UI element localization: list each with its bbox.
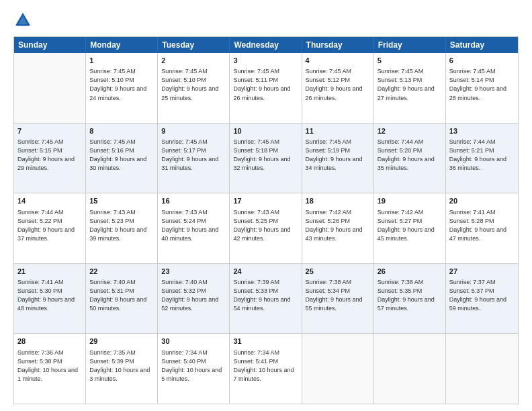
day-cell-31: 31Sunrise: 7:34 AMSunset: 5:41 PMDayligh…	[230, 334, 302, 404]
page: SundayMondayTuesdayWednesdayThursdayFrid…	[0, 0, 532, 411]
day-number: 1	[89, 56, 154, 66]
day-info: Sunrise: 7:45 AMSunset: 5:12 PMDaylight:…	[306, 67, 370, 102]
calendar: SundayMondayTuesdayWednesdayThursdayFrid…	[13, 36, 519, 404]
day-number: 19	[378, 196, 442, 206]
day-number: 23	[161, 267, 226, 277]
empty-cell	[446, 334, 518, 404]
day-number: 26	[378, 267, 442, 277]
day-number: 16	[161, 196, 226, 206]
day-cell-24: 24Sunrise: 7:39 AMSunset: 5:33 PMDayligh…	[230, 264, 302, 334]
day-info: Sunrise: 7:37 AMSunset: 5:37 PMDaylight:…	[449, 278, 515, 313]
day-cell-15: 15Sunrise: 7:43 AMSunset: 5:23 PMDayligh…	[86, 193, 158, 263]
day-number: 10	[233, 126, 298, 136]
day-number: 17	[233, 196, 298, 206]
day-number: 14	[17, 196, 82, 206]
day-number: 3	[233, 56, 298, 66]
day-cell-4: 4Sunrise: 7:45 AMSunset: 5:12 PMDaylight…	[302, 53, 374, 123]
day-info: Sunrise: 7:36 AMSunset: 5:38 PMDaylight:…	[17, 349, 82, 383]
empty-cell	[302, 334, 374, 404]
day-info: Sunrise: 7:40 AMSunset: 5:32 PMDaylight:…	[161, 278, 226, 313]
day-cell-12: 12Sunrise: 7:44 AMSunset: 5:20 PMDayligh…	[374, 124, 446, 193]
day-info: Sunrise: 7:45 AMSunset: 5:17 PMDaylight:…	[161, 138, 226, 173]
day-number: 5	[378, 56, 442, 66]
day-cell-14: 14Sunrise: 7:44 AMSunset: 5:22 PMDayligh…	[14, 193, 86, 263]
day-cell-13: 13Sunrise: 7:44 AMSunset: 5:21 PMDayligh…	[446, 124, 518, 193]
day-info: Sunrise: 7:45 AMSunset: 5:13 PMDaylight:…	[378, 67, 442, 102]
day-cell-19: 19Sunrise: 7:42 AMSunset: 5:27 PMDayligh…	[374, 193, 446, 263]
day-number: 27	[449, 267, 515, 277]
day-info: Sunrise: 7:45 AMSunset: 5:14 PMDaylight:…	[449, 67, 515, 102]
day-info: Sunrise: 7:39 AMSunset: 5:33 PMDaylight:…	[233, 278, 298, 313]
day-cell-26: 26Sunrise: 7:38 AMSunset: 5:35 PMDayligh…	[374, 264, 446, 334]
day-number: 13	[449, 126, 515, 136]
day-number: 28	[17, 336, 82, 347]
calendar-week-5: 28Sunrise: 7:36 AMSunset: 5:38 PMDayligh…	[14, 334, 518, 404]
day-info: Sunrise: 7:44 AMSunset: 5:20 PMDaylight:…	[378, 138, 442, 173]
day-info: Sunrise: 7:43 AMSunset: 5:23 PMDaylight:…	[89, 208, 154, 243]
day-cell-11: 11Sunrise: 7:45 AMSunset: 5:19 PMDayligh…	[302, 124, 374, 193]
day-info: Sunrise: 7:41 AMSunset: 5:30 PMDaylight:…	[17, 278, 82, 313]
day-info: Sunrise: 7:45 AMSunset: 5:10 PMDaylight:…	[89, 67, 154, 102]
day-cell-3: 3Sunrise: 7:45 AMSunset: 5:11 PMDaylight…	[230, 53, 302, 123]
calendar-week-4: 21Sunrise: 7:41 AMSunset: 5:30 PMDayligh…	[14, 264, 518, 334]
header	[13, 11, 519, 30]
day-info: Sunrise: 7:35 AMSunset: 5:39 PMDaylight:…	[89, 349, 154, 383]
day-number: 2	[161, 56, 226, 66]
day-info: Sunrise: 7:34 AMSunset: 5:41 PMDaylight:…	[233, 349, 298, 383]
day-number: 11	[306, 126, 370, 136]
day-number: 6	[449, 56, 515, 66]
day-number: 15	[89, 196, 154, 206]
day-number: 21	[17, 267, 82, 277]
day-number: 29	[89, 336, 154, 347]
day-cell-7: 7Sunrise: 7:45 AMSunset: 5:15 PMDaylight…	[14, 124, 86, 193]
day-cell-9: 9Sunrise: 7:45 AMSunset: 5:17 PMDaylight…	[158, 124, 230, 193]
day-info: Sunrise: 7:42 AMSunset: 5:26 PMDaylight:…	[306, 208, 370, 243]
day-info: Sunrise: 7:34 AMSunset: 5:40 PMDaylight:…	[161, 349, 226, 383]
day-info: Sunrise: 7:45 AMSunset: 5:16 PMDaylight:…	[89, 138, 154, 173]
calendar-week-2: 7Sunrise: 7:45 AMSunset: 5:15 PMDaylight…	[14, 124, 518, 194]
header-day-friday: Friday	[374, 37, 446, 53]
day-info: Sunrise: 7:40 AMSunset: 5:31 PMDaylight:…	[89, 278, 154, 313]
day-number: 25	[306, 267, 370, 277]
day-info: Sunrise: 7:45 AMSunset: 5:15 PMDaylight:…	[17, 138, 82, 173]
header-day-wednesday: Wednesday	[230, 37, 302, 53]
day-cell-17: 17Sunrise: 7:43 AMSunset: 5:25 PMDayligh…	[230, 193, 302, 263]
day-number: 24	[233, 267, 298, 277]
day-number: 4	[306, 56, 370, 66]
header-day-sunday: Sunday	[14, 37, 86, 53]
day-number: 8	[89, 126, 154, 136]
day-info: Sunrise: 7:45 AMSunset: 5:18 PMDaylight:…	[233, 138, 298, 173]
day-info: Sunrise: 7:45 AMSunset: 5:11 PMDaylight:…	[233, 67, 298, 102]
empty-cell	[374, 334, 446, 404]
day-info: Sunrise: 7:44 AMSunset: 5:21 PMDaylight:…	[449, 138, 515, 173]
calendar-week-3: 14Sunrise: 7:44 AMSunset: 5:22 PMDayligh…	[14, 193, 518, 264]
calendar-body: 1Sunrise: 7:45 AMSunset: 5:10 PMDaylight…	[14, 53, 518, 404]
day-cell-2: 2Sunrise: 7:45 AMSunset: 5:10 PMDaylight…	[158, 53, 230, 123]
calendar-week-1: 1Sunrise: 7:45 AMSunset: 5:10 PMDaylight…	[14, 53, 518, 124]
day-info: Sunrise: 7:38 AMSunset: 5:34 PMDaylight:…	[306, 278, 370, 313]
logo	[13, 11, 35, 30]
header-day-saturday: Saturday	[446, 37, 518, 53]
day-info: Sunrise: 7:45 AMSunset: 5:19 PMDaylight:…	[306, 138, 370, 173]
svg-rect-2	[17, 24, 30, 26]
day-cell-29: 29Sunrise: 7:35 AMSunset: 5:39 PMDayligh…	[86, 334, 158, 404]
day-cell-30: 30Sunrise: 7:34 AMSunset: 5:40 PMDayligh…	[158, 334, 230, 404]
day-cell-27: 27Sunrise: 7:37 AMSunset: 5:37 PMDayligh…	[446, 264, 518, 334]
day-info: Sunrise: 7:43 AMSunset: 5:25 PMDaylight:…	[233, 208, 298, 243]
day-number: 9	[161, 126, 226, 136]
day-number: 30	[161, 336, 226, 347]
day-cell-5: 5Sunrise: 7:45 AMSunset: 5:13 PMDaylight…	[374, 53, 446, 123]
header-day-thursday: Thursday	[302, 37, 374, 53]
day-cell-10: 10Sunrise: 7:45 AMSunset: 5:18 PMDayligh…	[230, 124, 302, 193]
logo-icon	[13, 11, 32, 30]
day-cell-28: 28Sunrise: 7:36 AMSunset: 5:38 PMDayligh…	[14, 334, 86, 404]
day-cell-21: 21Sunrise: 7:41 AMSunset: 5:30 PMDayligh…	[14, 264, 86, 334]
day-cell-8: 8Sunrise: 7:45 AMSunset: 5:16 PMDaylight…	[86, 124, 158, 193]
empty-cell	[14, 53, 86, 123]
day-info: Sunrise: 7:43 AMSunset: 5:24 PMDaylight:…	[161, 208, 226, 243]
day-number: 12	[378, 126, 442, 136]
day-info: Sunrise: 7:42 AMSunset: 5:27 PMDaylight:…	[378, 208, 442, 243]
day-cell-6: 6Sunrise: 7:45 AMSunset: 5:14 PMDaylight…	[446, 53, 518, 123]
day-cell-22: 22Sunrise: 7:40 AMSunset: 5:31 PMDayligh…	[86, 264, 158, 334]
day-cell-20: 20Sunrise: 7:41 AMSunset: 5:28 PMDayligh…	[446, 193, 518, 263]
